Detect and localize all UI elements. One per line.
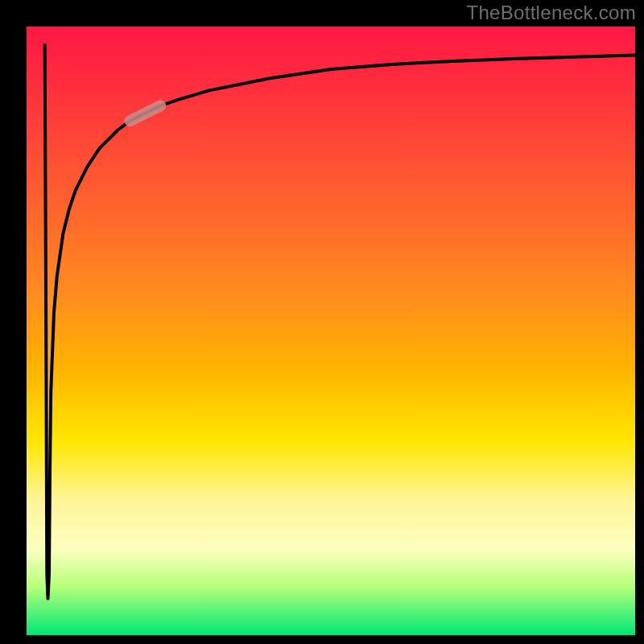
chart-frame: TheBottleneck.com xyxy=(0,0,644,644)
chart-svg xyxy=(27,27,635,635)
curve-path xyxy=(45,45,635,599)
highlight-segment xyxy=(130,105,161,121)
plot-area xyxy=(27,27,635,635)
watermark-text: TheBottleneck.com xyxy=(466,2,636,24)
